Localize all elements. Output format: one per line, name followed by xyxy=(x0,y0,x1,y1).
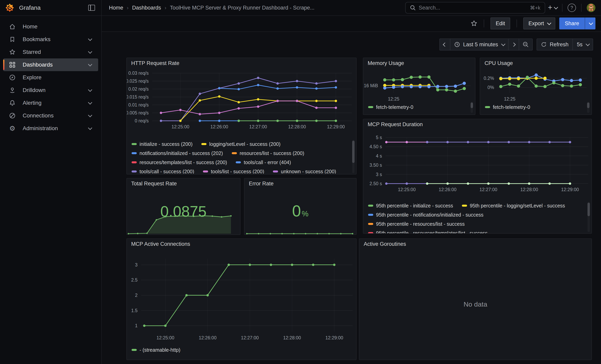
http-request-rate-chart[interactable]: 0 req/s0.005 req/s0.01 req/s0.015 req/s0… xyxy=(127,68,356,141)
sidebar-item-administration[interactable]: ⚙ Administration xyxy=(3,122,98,135)
svg-text:2.5: 2.5 xyxy=(131,277,138,283)
legend-scrollbar-thumb[interactable] xyxy=(588,203,590,216)
legend-item[interactable]: 95th percentile - resources/templates/li… xyxy=(368,230,488,234)
legend-label: - (streamable-http) xyxy=(140,347,180,353)
legend-label: tools/call - error (404) xyxy=(244,159,291,165)
brand-title: Grafana xyxy=(19,4,40,11)
svg-text:2.50 s: 2.50 s xyxy=(370,181,382,186)
panel-title[interactable]: Memory Usage xyxy=(363,58,475,68)
legend-item[interactable]: resources/templates/list - success (200) xyxy=(131,159,227,165)
legend-color-swatch xyxy=(131,143,137,145)
grafana-logo-icon[interactable] xyxy=(6,4,14,12)
legend-item[interactable]: fetch-telemetry-0 xyxy=(485,104,530,110)
svg-text:12:25: 12:25 xyxy=(504,96,516,101)
legend-label: fetch-telemetry-0 xyxy=(493,104,530,110)
time-controls: Last 5 minutes Refresh 5s xyxy=(440,39,593,50)
legend-item[interactable]: 95th percentile - initialize - success xyxy=(368,203,453,209)
legend-item[interactable]: logging/setLevel - success (200) xyxy=(201,141,281,147)
panel-title[interactable]: Active Goroutines xyxy=(359,239,591,249)
panel-title[interactable]: MCP Request Duration xyxy=(363,119,591,129)
sidebar-toggle-icon[interactable] xyxy=(88,5,95,11)
legend-item[interactable]: 95th percentile - logging/setLevel - suc… xyxy=(462,203,565,209)
legend-item[interactable]: tools/list - success (200) xyxy=(203,169,264,174)
panel-error-rate: Error Rate 0% xyxy=(244,178,357,235)
mcp-request-duration-chart[interactable]: 2.50 s3 s3.50 s4 s4.50 s5 s12:25:0012:26… xyxy=(363,129,591,204)
panel-http-request-rate: HTTP Request Rate 0 req/s0.005 req/s0.01… xyxy=(126,58,357,175)
star-dashboard-button[interactable] xyxy=(471,20,477,27)
legend-item[interactable]: fetch-telemetry-0 xyxy=(368,104,413,110)
sidebar-item-starred[interactable]: Starred xyxy=(3,46,98,59)
add-button[interactable]: + xyxy=(548,4,557,11)
legend-scrollbar-thumb[interactable] xyxy=(352,141,355,163)
share-button[interactable]: Share xyxy=(559,18,585,30)
cpu-usage-chart[interactable]: 0.2%0%12:25 xyxy=(480,68,591,102)
legend-color-swatch xyxy=(368,232,373,233)
legend-color-swatch xyxy=(462,205,467,207)
sidebar-item-alerting[interactable]: Alerting xyxy=(3,97,98,109)
legend-item[interactable]: unknown - success (200) xyxy=(273,169,336,174)
avatar[interactable] xyxy=(587,3,595,12)
search-icon xyxy=(410,5,416,10)
legend-scrollbar-thumb[interactable] xyxy=(587,103,590,108)
legend-item[interactable]: tools/call - success (200) xyxy=(131,169,194,174)
time-shift-forward-button[interactable] xyxy=(508,39,519,50)
panel-title[interactable]: Error Rate xyxy=(244,178,356,189)
svg-text:12:29:00: 12:29:00 xyxy=(325,335,343,340)
legend-label: unknown - success (200) xyxy=(281,169,336,174)
breadcrumb-dashboards[interactable]: Dashboards xyxy=(132,5,161,11)
chevron-down-icon xyxy=(88,62,92,66)
chevron-down-icon xyxy=(554,5,558,9)
sidebar-item-home[interactable]: Home xyxy=(3,20,98,33)
legend-color-swatch xyxy=(232,152,237,154)
edit-button[interactable]: Edit xyxy=(491,18,510,30)
svg-text:3 s: 3 s xyxy=(376,172,382,177)
legend-item[interactable]: - (streamable-http) xyxy=(131,347,180,353)
svg-text:0.005 req/s: 0.005 req/s xyxy=(127,110,149,115)
svg-text:2: 2 xyxy=(135,293,138,298)
breadcrumb-home[interactable]: Home xyxy=(109,5,123,11)
legend-item[interactable]: 95th percentile - notifications/initiali… xyxy=(368,212,483,218)
search-input[interactable]: Search... ⌘+k xyxy=(405,2,545,13)
legend-color-swatch xyxy=(201,143,207,145)
legend-item[interactable]: tools/call - error (404) xyxy=(236,159,291,165)
divider xyxy=(562,4,562,12)
refresh-group: Refresh 5s xyxy=(537,39,593,50)
panel-title[interactable]: CPU Usage xyxy=(480,58,591,68)
breadcrumb-separator: › xyxy=(127,5,129,11)
duration-legend: 95th percentile - initialize - success95… xyxy=(368,201,584,233)
chevron-down-icon xyxy=(88,100,92,105)
panel-title[interactable]: MCP Active Connections xyxy=(127,239,356,249)
memory-usage-chart[interactable]: 16 MiB12:25 xyxy=(363,68,475,102)
mcp-active-connections-chart[interactable]: 11.522.5312:25:0012:26:0012:27:0012:28:0… xyxy=(127,249,356,343)
sidebar-item-explore[interactable]: Explore xyxy=(3,71,98,84)
help-button[interactable]: ? xyxy=(568,4,576,12)
svg-text:4.50 s: 4.50 s xyxy=(370,144,382,149)
sidebar-item-drilldown[interactable]: Drilldown xyxy=(3,84,98,97)
share-menu-button[interactable] xyxy=(585,18,595,30)
sidebar-item-connections[interactable]: Connections xyxy=(3,109,98,122)
search-placeholder: Search... xyxy=(419,5,440,11)
time-range-picker[interactable]: Last 5 minutes xyxy=(450,39,508,50)
export-button[interactable]: Export xyxy=(523,18,555,30)
sidebar-item-bookmarks[interactable]: Bookmarks xyxy=(3,33,98,46)
legend-item[interactable]: 95th percentile - resources/list - succe… xyxy=(368,221,465,227)
clock-icon xyxy=(454,42,460,47)
legend-item[interactable]: notifications/initialized - success (202… xyxy=(131,150,223,156)
panel-title[interactable]: HTTP Request Rate xyxy=(127,58,356,68)
svg-text:1: 1 xyxy=(135,323,138,328)
star-icon xyxy=(9,49,16,56)
cpu-legend: fetch-telemetry-0 xyxy=(485,103,584,114)
svg-text:0.2%: 0.2% xyxy=(484,76,494,81)
sidebar-item-dashboards[interactable]: Dashboards xyxy=(3,59,98,71)
legend-label: notifications/initialized - success (202… xyxy=(140,150,223,156)
refresh-interval-select[interactable]: 5s xyxy=(572,39,593,50)
legend-item[interactable]: initialize - success (200) xyxy=(131,141,193,147)
refresh-button[interactable]: Refresh xyxy=(537,39,572,50)
svg-text:12:26:00: 12:26:00 xyxy=(439,187,457,192)
panel-title[interactable]: Total Request Rate xyxy=(127,178,240,189)
chevron-down-icon xyxy=(589,21,593,25)
time-shift-back-button[interactable] xyxy=(440,39,450,50)
legend-scrollbar-thumb[interactable] xyxy=(471,103,473,108)
zoom-out-button[interactable] xyxy=(519,39,532,50)
legend-item[interactable]: resources/list - success (200) xyxy=(232,150,304,156)
